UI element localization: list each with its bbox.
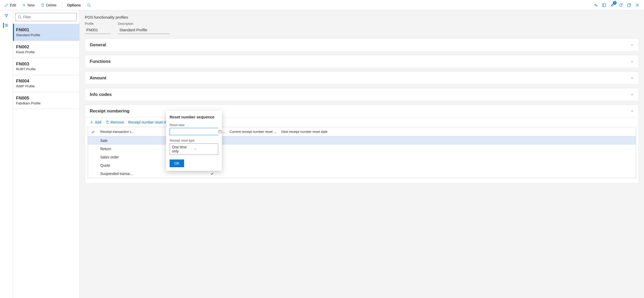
- profile-field: Profile FN001: [85, 22, 111, 34]
- svg-rect-2: [627, 4, 630, 7]
- chevron-down-icon: [630, 76, 634, 80]
- profile-code: FN002: [16, 44, 76, 50]
- profile-desc: Fabrikam Profile: [16, 101, 76, 105]
- row-selector[interactable]: [88, 163, 98, 167]
- profile-label: Profile: [85, 22, 111, 26]
- reset-type-select[interactable]: One time only: [170, 143, 218, 155]
- list-icon[interactable]: [3, 23, 9, 28]
- description-field: Description Standard Profile: [118, 22, 170, 34]
- chevron-down-icon: [194, 148, 216, 151]
- reset-type-label: Receipt reset type: [170, 139, 218, 142]
- chevron-down-icon: [630, 43, 634, 47]
- filter-input-wrapper[interactable]: [16, 13, 77, 21]
- fasttab-functions-header[interactable]: Functions: [85, 55, 639, 68]
- remove-button[interactable]: Remove: [105, 120, 124, 124]
- delete-label: Delete: [46, 3, 56, 7]
- select-all-column[interactable]: [88, 127, 98, 136]
- remove-label: Remove: [111, 120, 124, 124]
- reset-date-input-wrapper[interactable]: [170, 128, 218, 135]
- col-current-reset-date[interactable]: Current receipt number reset date: [228, 127, 279, 136]
- fasttab-general-title: General: [90, 42, 106, 48]
- reset-date-label: Reset date: [170, 123, 218, 127]
- profile-code: FN005: [16, 96, 76, 101]
- profile-desc: RURT Profile: [16, 67, 76, 71]
- detail-area: POS functionality profiles Profile FN001…: [80, 10, 644, 298]
- fasttab-functions-title: Functions: [90, 59, 111, 64]
- fasttab-amount: Amount: [85, 72, 639, 85]
- connector-icon[interactable]: [593, 3, 598, 8]
- add-label: Add: [95, 120, 101, 124]
- profile-list-panel: FN001Standard ProfileFN002Kiosk ProfileF…: [13, 10, 80, 298]
- options-button[interactable]: Options: [65, 2, 84, 9]
- cell-next-reset-date: [279, 172, 331, 176]
- cell-next-reset-date: [279, 139, 331, 143]
- cell-next-reset-date: [279, 155, 331, 159]
- filter-input[interactable]: [23, 15, 74, 19]
- col-next-reset-date[interactable]: Next receipt number reset date: [279, 127, 331, 136]
- calendar-icon[interactable]: [218, 128, 222, 135]
- page-title: POS functionality profiles: [85, 15, 639, 19]
- profile-item[interactable]: FN003RURT Profile: [13, 58, 79, 75]
- fasttab-info-codes-header[interactable]: Info codes: [85, 88, 639, 101]
- cell-current-reset-date: [228, 139, 279, 143]
- svg-rect-1: [603, 4, 606, 7]
- profile-item[interactable]: FN005Fabrikam Profile: [13, 92, 79, 109]
- attachments-icon[interactable]: 0: [610, 3, 615, 8]
- office-icon[interactable]: [602, 3, 607, 8]
- reset-number-sequence-popover: Reset number sequence Reset date Receipt…: [166, 111, 222, 171]
- fasttab-amount-header[interactable]: Amount: [85, 72, 639, 84]
- fasttab-info-codes-title: Info codes: [90, 92, 112, 97]
- popover-title: Reset number sequence: [170, 115, 218, 119]
- new-button[interactable]: New: [20, 2, 37, 9]
- row-selector[interactable]: [88, 139, 98, 143]
- delete-button[interactable]: Delete: [38, 2, 59, 9]
- cell-independent-sequence: [196, 170, 228, 178]
- svg-rect-4: [219, 131, 222, 133]
- ok-button[interactable]: OK: [170, 159, 184, 167]
- edit-button[interactable]: Edit: [2, 2, 19, 9]
- chevron-down-icon: [630, 93, 634, 96]
- cell-receipt-type: Quote: [98, 161, 140, 170]
- profile-desc: Kiosk Profile: [16, 50, 76, 54]
- fasttab-general-header[interactable]: General: [85, 39, 639, 51]
- fasttab-functions: Functions: [85, 55, 639, 68]
- search-icon: [87, 3, 91, 7]
- close-icon[interactable]: [635, 3, 640, 8]
- add-button[interactable]: Add: [90, 120, 101, 124]
- cell-receipt-type: Suspended transa…: [98, 170, 140, 178]
- cell-receipt-type: Return: [98, 145, 140, 153]
- cell-receipt-type: Sale: [98, 136, 140, 145]
- edit-label: Edit: [10, 3, 16, 7]
- profile-item[interactable]: FN001Standard Profile: [13, 24, 79, 41]
- search-icon: [18, 15, 21, 19]
- cell-receipt-type: Sales order: [98, 153, 140, 161]
- refresh-icon[interactable]: [618, 3, 623, 8]
- chevron-down-icon: [630, 60, 634, 63]
- funnel-icon[interactable]: [4, 13, 9, 18]
- profile-value[interactable]: FN001: [85, 27, 111, 34]
- profile-desc: Standard Profile: [16, 33, 76, 37]
- profile-code: FN004: [16, 79, 76, 84]
- badge-count: 0: [613, 1, 617, 5]
- trash-icon: [41, 3, 44, 7]
- trash-icon: [105, 120, 109, 124]
- profile-item[interactable]: FN002Kiosk Profile: [13, 41, 79, 58]
- reset-date-input[interactable]: [170, 128, 218, 135]
- plus-icon: [90, 120, 93, 124]
- cell-current-reset-date: [228, 172, 279, 176]
- profile-item[interactable]: FN004INMF Profile: [13, 75, 79, 92]
- row-selector[interactable]: [88, 155, 98, 159]
- reset-type-value: One time only: [172, 145, 194, 153]
- popout-icon[interactable]: [626, 3, 632, 8]
- cell-current-reset-date: [228, 147, 279, 151]
- cell-next-reset-date: [279, 147, 331, 151]
- search-button[interactable]: [85, 2, 93, 9]
- description-value[interactable]: Standard Profile: [118, 27, 170, 34]
- row-selector[interactable]: [88, 172, 98, 176]
- profile-code: FN003: [16, 62, 76, 67]
- fasttab-info-codes: Info codes: [85, 88, 639, 101]
- profile-code: FN001: [16, 27, 76, 33]
- row-selector[interactable]: [88, 147, 98, 151]
- action-bar: Edit New Delete Options: [0, 0, 644, 10]
- col-receipt-transaction-type[interactable]: Receipt transaction t…: [98, 127, 140, 136]
